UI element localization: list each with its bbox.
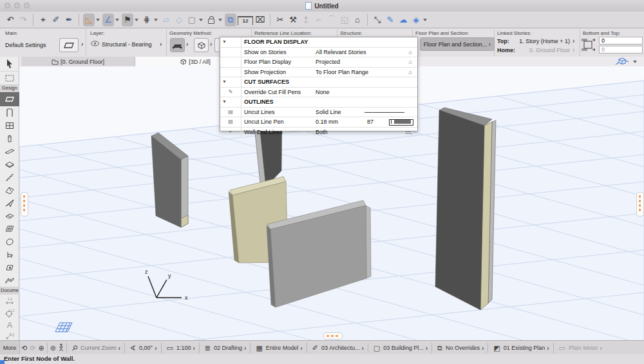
stair-tool[interactable] — [0, 171, 19, 184]
collapsed-palette-handle-right[interactable] — [636, 192, 644, 216]
morph-paint-icon[interactable]: ✎ — [384, 14, 396, 26]
bottom-offset-field[interactable] — [599, 46, 643, 53]
fillet-icon[interactable]: ⌒ — [326, 14, 337, 26]
column-tool[interactable] — [0, 132, 19, 145]
marquee-tool[interactable] — [0, 72, 19, 84]
wall-3d-right[interactable] — [435, 108, 496, 310]
chevron-down-icon[interactable] — [423, 19, 427, 21]
pen-color-swatch[interactable] — [389, 119, 413, 126]
guide-lines-icon[interactable]: ◺ — [83, 14, 95, 26]
roof-wizard-icon[interactable]: ⌂ — [352, 14, 363, 26]
inject-parameters-icon[interactable]: ✒ — [63, 14, 75, 26]
resize-icon[interactable]: ◱ — [339, 14, 350, 26]
undo-icon[interactable]: ↶ — [5, 14, 16, 26]
collapse-arrow-icon[interactable]: ▼ — [222, 77, 227, 87]
panel-section-header[interactable]: ▼ CUT SURFACES — [220, 77, 417, 88]
curtain-wall-tool[interactable] — [0, 222, 19, 235]
collapse-arrow-icon[interactable]: ▼ — [222, 37, 227, 47]
dimension-marker-control[interactable]: ▭ Plain Meter› — [555, 341, 605, 355]
shell-tool[interactable] — [0, 196, 19, 209]
main-flyout-arrow[interactable]: › — [81, 41, 83, 48]
collapsed-palette-handle-bottom[interactable] — [323, 332, 343, 340]
lock-icon[interactable] — [205, 14, 217, 26]
wall-default-settings-button[interactable] — [59, 38, 79, 52]
geometry-trapezoid-button[interactable] — [214, 38, 220, 52]
gravity-icon[interactable]: ◇ — [173, 14, 185, 26]
arrow-tool[interactable] — [0, 57, 19, 72]
panel-row-uncut-line-pen[interactable]: ▤ Uncut Line Pen 0.18 mm 87 — [220, 117, 417, 128]
linked-top-arrow[interactable]: › — [573, 37, 574, 44]
chevron-down-icon[interactable] — [135, 19, 138, 21]
door-tool[interactable] — [0, 106, 19, 119]
geometry-chained-arrow[interactable]: › — [210, 41, 212, 48]
stretch-icon[interactable]: ⤡ — [372, 14, 383, 26]
panel-row-floor-plan-display[interactable]: Floor Plan Display Projected ⌂ — [220, 57, 417, 68]
pick-up-parameters-icon[interactable]: ✐ — [50, 14, 62, 26]
mesh-tool[interactable] — [0, 274, 19, 287]
axonometry-view-icon[interactable] — [614, 57, 630, 67]
top-offset-field[interactable] — [599, 37, 643, 44]
default-settings-value[interactable]: Default Settings — [5, 42, 46, 48]
redo-icon[interactable]: ↷ — [17, 14, 29, 26]
panel-row-show-on-stories[interactable]: Show on Stories All Relevant Stories ⌂ — [220, 48, 417, 58]
find-select-icon[interactable]: ⌖ — [37, 14, 49, 26]
skylight-tool[interactable] — [0, 209, 19, 222]
nav-forward-icon[interactable]: ⟳ — [30, 344, 35, 352]
collapse-arrow-icon[interactable]: ▼ — [222, 97, 227, 107]
geometry-chained-button[interactable] — [194, 38, 209, 52]
trim-icon[interactable]: ✂ — [274, 14, 286, 26]
chevron-down-icon[interactable] — [96, 19, 100, 21]
text-tool[interactable]: A — [0, 319, 19, 330]
roof-tool[interactable] — [0, 184, 19, 196]
morph-tool[interactable] — [0, 235, 19, 248]
design-section-label[interactable]: Design — [0, 84, 19, 92]
measure-icon[interactable]: 12 — [238, 16, 253, 25]
panel-section-header[interactable]: ▼ OUTLINES — [220, 97, 417, 108]
slab-tool[interactable] — [0, 158, 19, 171]
chevron-down-icon[interactable] — [115, 19, 119, 21]
snap-guides-icon[interactable]: ∠ — [102, 14, 114, 26]
orientation-angle-control[interactable]: ∢ 0,00°› — [126, 341, 160, 355]
adjust-icon[interactable]: ⚒ — [287, 14, 299, 26]
graphic-overrides-control[interactable]: ⧉ No Overrides› — [433, 341, 486, 355]
layer-value[interactable]: Structural - Bearing — [102, 41, 152, 48]
cube-3d-icon[interactable]: ◈ — [410, 14, 422, 26]
elevate-icon[interactable]: ↥ — [300, 14, 312, 26]
explore-walk-icon[interactable] — [59, 343, 64, 353]
renovation-filter-control[interactable]: ◩ 01 Existing Plan› — [489, 341, 551, 355]
collapsed-palette-handle-left[interactable] — [21, 192, 28, 216]
window-tool[interactable] — [0, 119, 19, 132]
current-zoom-control[interactable]: ⚲ Current Zoom› — [68, 341, 123, 355]
nav-back-icon[interactable]: ⟲ — [21, 344, 27, 352]
cloud-sync-icon[interactable]: ☁ — [397, 14, 409, 26]
chevron-down-icon[interactable] — [218, 19, 222, 21]
chevron-down-icon[interactable] — [633, 61, 637, 63]
zone-tool[interactable] — [0, 261, 19, 274]
dimension-standard-control[interactable]: ▢ 03 Building Pl...› — [370, 341, 430, 355]
linked-top-value[interactable]: 1. Story (Home + 1) — [515, 38, 570, 44]
explode-icon[interactable]: ⌧ — [254, 14, 266, 26]
geometry-straight-arrow[interactable]: › — [186, 41, 188, 48]
object-tool[interactable] — [0, 248, 19, 261]
wall-tool[interactable] — [0, 92, 19, 106]
scale-control[interactable]: ▭ 1:100› — [163, 341, 198, 355]
panel-row-uncut-lines[interactable]: ▤ Uncut Lines Solid Line — [220, 108, 417, 118]
panel-row-show-projection[interactable]: Show Projection To Floor Plan Range ⌂ — [220, 68, 417, 78]
tab-ground-floor[interactable]: [0. Ground Floor] — [21, 57, 135, 66]
floor-plan-section-button[interactable]: Floor Plan and Section... › — [420, 37, 495, 51]
label-tool[interactable]: A1 — [0, 330, 19, 341]
model-view-options-control[interactable]: ▦ Entire Model› — [252, 341, 305, 355]
document-section-label[interactable]: Docume — [0, 287, 19, 294]
suspend-groups-icon[interactable]: ⧉ — [225, 14, 236, 26]
zoom-in-icon[interactable]: ⊕ — [38, 344, 44, 352]
skewed-grid-icon[interactable]: ▱ — [160, 14, 172, 26]
geometry-straight-button[interactable] — [170, 38, 185, 52]
extend-icon[interactable]: ⌐ — [313, 14, 325, 26]
panel-row-override-cut-fill-pens[interactable]: ✎ Override Cut Fill Pens None — [220, 88, 417, 98]
radial-dimension-tool[interactable]: 1.2 — [0, 307, 19, 319]
chevron-down-icon[interactable] — [199, 19, 203, 21]
chevron-down-icon[interactable] — [154, 19, 158, 21]
snap-points-icon[interactable]: ⚑ — [122, 14, 133, 26]
layer-flyout-arrow[interactable]: › — [160, 41, 162, 48]
dimension-tool[interactable]: 1.2 — [0, 294, 19, 307]
